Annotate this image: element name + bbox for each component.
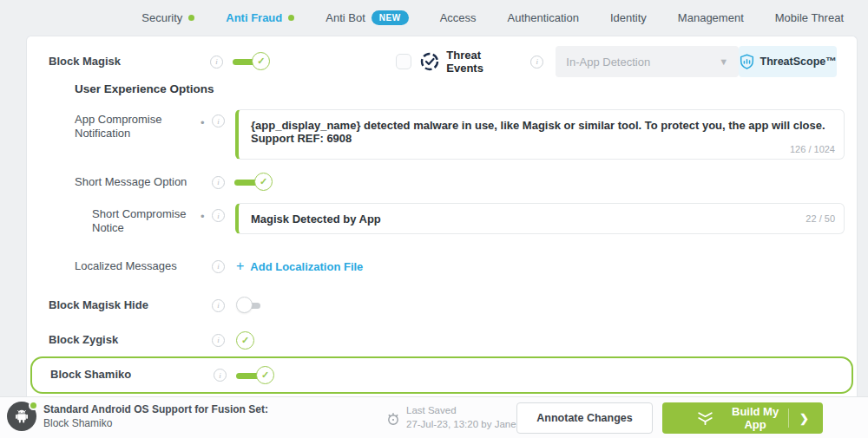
info-icon[interactable]: i bbox=[212, 260, 225, 273]
toggle-knob-check: ✓ bbox=[252, 52, 270, 70]
threat-events-label: Threat Events bbox=[446, 49, 520, 75]
block-shamiko-highlight-row: Block Shamiko i ✓ bbox=[30, 356, 853, 394]
tab-label: Access bbox=[440, 11, 477, 24]
shield-chart-icon bbox=[740, 54, 754, 69]
threat-events-checkbox[interactable] bbox=[396, 54, 411, 69]
block-magisk-label: Block Magisk bbox=[49, 55, 210, 69]
short-compromise-label: Short Compromise Notice bbox=[92, 207, 196, 236]
status-dot-green bbox=[188, 15, 194, 21]
info-icon[interactable]: i bbox=[212, 334, 225, 347]
block-magisk-hide-label: Block Magisk Hide bbox=[49, 298, 212, 312]
info-icon[interactable]: i bbox=[212, 176, 225, 189]
short-message-option-label: Short Message Option bbox=[75, 175, 212, 189]
input-value: Magisk Detected by App bbox=[251, 212, 381, 226]
tab-label: Identity bbox=[610, 11, 647, 24]
threatscope-button[interactable]: ThreatScope™ bbox=[739, 46, 837, 77]
block-magisk-hide-row: Block Magisk Hide i bbox=[49, 296, 273, 315]
toggle-knob-check: ✓ bbox=[254, 173, 273, 191]
tab-label: Mobile Threat bbox=[775, 11, 844, 24]
info-icon[interactable]: i bbox=[214, 369, 227, 382]
tab-access[interactable]: Access bbox=[440, 11, 477, 24]
short-message-toggle[interactable]: ✓ bbox=[234, 173, 273, 192]
block-zygisk-check-icon: ✓ bbox=[236, 331, 254, 350]
required-marker: • bbox=[201, 210, 205, 223]
app-compromise-label: App Compromise Notification bbox=[75, 113, 187, 141]
toggle-knob-check: ✓ bbox=[256, 366, 274, 384]
tab-identity[interactable]: Identity bbox=[610, 11, 647, 24]
block-magisk-toggle[interactable]: ✓ bbox=[233, 52, 271, 71]
localized-messages-row: Localized Messages i + Add Localization … bbox=[75, 257, 363, 276]
app-compromise-label-row: App Compromise Notification bbox=[75, 113, 235, 141]
threat-events-icon bbox=[420, 52, 439, 71]
fusion-set-info: Standard Android OS Support for Fusion S… bbox=[43, 403, 268, 429]
tab-security[interactable]: Security bbox=[141, 11, 194, 24]
short-compromise-label-row: Short Compromise Notice bbox=[92, 207, 196, 236]
link-label: Add Localization File bbox=[250, 260, 363, 273]
info-icon[interactable]: i bbox=[212, 209, 225, 222]
chevron-right-icon: ❯ bbox=[799, 412, 809, 425]
short-message-option-row: Short Message Option i ✓ bbox=[75, 173, 273, 192]
build-button-label: Build My App bbox=[722, 405, 788, 431]
anti-fraud-settings-panel: Block Magisk i ✓ Threat Events i In-App … bbox=[26, 36, 858, 396]
chevron-down-icon: ▼ bbox=[719, 56, 728, 67]
block-zygisk-row: Block Zygisk i ✓ bbox=[49, 330, 254, 350]
toggle-knob bbox=[236, 297, 253, 313]
short-compromise-input[interactable]: Magisk Detected by App 22 / 50 bbox=[235, 203, 845, 234]
block-shamiko-label: Block Shamiko bbox=[50, 368, 214, 382]
new-badge: NEW bbox=[372, 10, 409, 25]
section-heading: User Experience Options bbox=[75, 82, 214, 95]
char-counter: 22 / 50 bbox=[806, 213, 835, 224]
detection-mode-dropdown[interactable]: In-App Detection ▼ bbox=[556, 46, 739, 77]
block-magisk-row: Block Magisk i ✓ Threat Events i In-App … bbox=[49, 46, 837, 77]
android-platform-icon bbox=[7, 402, 38, 433]
annotate-changes-button[interactable]: Annotate Changes bbox=[516, 402, 653, 434]
threatscope-label: ThreatScope™ bbox=[760, 56, 837, 68]
localized-messages-label: Localized Messages bbox=[75, 259, 212, 273]
info-icon[interactable]: i bbox=[210, 56, 223, 69]
fusion-set-subtitle: Block Shamiko bbox=[43, 417, 268, 429]
app-compromise-textarea[interactable]: {app_display_name} detected malware in u… bbox=[235, 109, 845, 160]
build-my-app-button[interactable]: Build My App ❯ bbox=[662, 402, 823, 434]
info-icon[interactable]: i bbox=[212, 114, 225, 127]
status-dot-green bbox=[288, 15, 294, 21]
user-experience-heading-row: User Experience Options bbox=[75, 82, 214, 95]
block-magisk-hide-toggle[interactable] bbox=[234, 296, 273, 315]
tab-label: Management bbox=[678, 11, 744, 24]
tab-label: Authentication bbox=[508, 11, 579, 24]
tab-mobile-threat[interactable]: Mobile Threat bbox=[775, 11, 844, 24]
required-marker: • bbox=[201, 116, 205, 129]
info-icon[interactable]: i bbox=[212, 299, 225, 312]
block-shamiko-toggle[interactable]: ✓ bbox=[236, 366, 274, 385]
build-fusion-icon bbox=[697, 411, 713, 426]
build-footer-bar: Standard Android OS Support for Fusion S… bbox=[0, 396, 868, 438]
tab-label: Security bbox=[141, 11, 182, 24]
plus-icon: + bbox=[236, 258, 244, 274]
tab-label: Anti Fraud bbox=[226, 11, 282, 24]
block-zygisk-label: Block Zygisk bbox=[49, 333, 212, 347]
tab-management[interactable]: Management bbox=[678, 11, 744, 24]
status-dot-green bbox=[29, 401, 38, 410]
add-localization-file-link[interactable]: + Add Localization File bbox=[236, 258, 363, 274]
divider bbox=[788, 409, 789, 428]
dropdown-value: In-App Detection bbox=[566, 56, 650, 69]
tab-authentication[interactable]: Authentication bbox=[508, 11, 579, 24]
tab-label: Anti Bot bbox=[326, 11, 365, 24]
top-navigation: Security Anti Fraud Anti Bot NEW Access … bbox=[0, 0, 868, 35]
textarea-value: {app_display_name} detected malware in u… bbox=[251, 119, 825, 145]
fusion-set-title: Standard Android OS Support for Fusion S… bbox=[43, 403, 268, 415]
char-counter: 126 / 1024 bbox=[790, 144, 835, 154]
tab-anti-bot[interactable]: Anti Bot NEW bbox=[326, 10, 408, 25]
tab-anti-fraud[interactable]: Anti Fraud bbox=[226, 11, 294, 24]
info-icon[interactable]: i bbox=[530, 56, 543, 69]
last-saved-icon bbox=[385, 411, 401, 430]
